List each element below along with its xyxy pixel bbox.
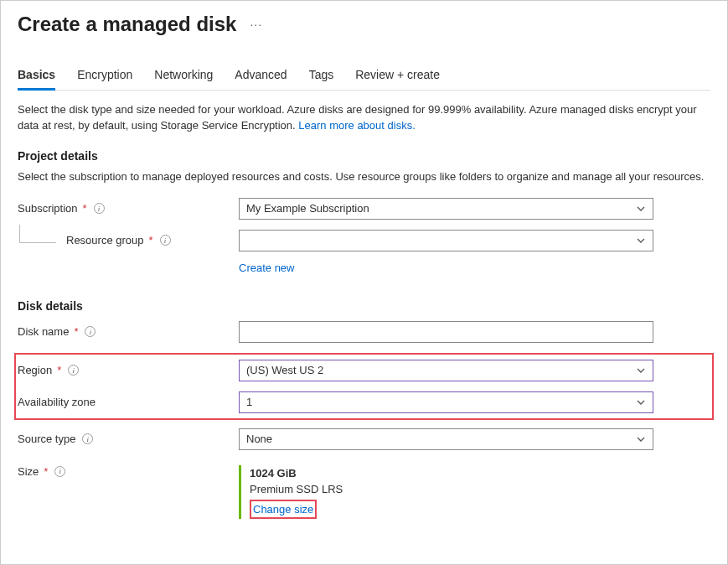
indent-connector xyxy=(19,225,56,243)
resource-group-select[interactable] xyxy=(239,230,653,251)
disk-name-input[interactable] xyxy=(239,321,653,343)
region-value: (US) West US 2 xyxy=(246,364,323,376)
chevron-down-icon xyxy=(636,434,646,444)
subscription-value: My Example Subscription xyxy=(246,202,369,215)
chevron-down-icon xyxy=(636,365,646,376)
source-type-label: Source type xyxy=(18,433,75,445)
availability-zone-value: 1 xyxy=(246,396,252,408)
availability-zone-label: Availability zone xyxy=(18,396,96,408)
required-mark: * xyxy=(57,364,61,376)
chevron-down-icon xyxy=(636,397,646,407)
disk-name-label: Disk name xyxy=(18,325,69,338)
source-type-value: None xyxy=(246,433,272,445)
page-title: Create a managed disk xyxy=(18,13,236,36)
info-icon[interactable]: i xyxy=(160,235,171,246)
disk-sku: Premium SSD LRS xyxy=(250,481,710,498)
subscription-select[interactable]: My Example Subscription xyxy=(239,198,653,220)
create-new-resource-group-link[interactable]: Create new xyxy=(239,262,294,274)
tab-basics[interactable]: Basics xyxy=(18,68,55,91)
disk-details-heading: Disk details xyxy=(18,299,710,313)
source-type-select[interactable]: None xyxy=(239,428,653,450)
info-icon[interactable]: i xyxy=(82,433,93,444)
change-size-link[interactable]: Change size xyxy=(253,503,313,516)
region-az-highlight: Region * i (US) West US 2 Availability z… xyxy=(14,353,714,420)
info-icon[interactable]: i xyxy=(94,203,105,214)
chevron-down-icon xyxy=(636,204,646,214)
intro-text: Select the disk type and size needed for… xyxy=(18,102,710,134)
learn-more-disks-link[interactable]: Learn more about disks. xyxy=(298,119,415,132)
tab-advanced[interactable]: Advanced xyxy=(235,68,287,90)
tab-networking[interactable]: Networking xyxy=(154,68,213,90)
size-label: Size xyxy=(18,465,39,478)
info-icon[interactable]: i xyxy=(85,326,96,337)
resource-group-label: Resource group xyxy=(66,234,144,246)
tab-encryption[interactable]: Encryption xyxy=(77,68,132,90)
tab-tags[interactable]: Tags xyxy=(309,68,334,90)
required-mark: * xyxy=(74,325,78,338)
size-summary: 1024 GiB Premium SSD LRS Change size xyxy=(239,465,710,520)
region-label: Region xyxy=(18,364,52,376)
required-mark: * xyxy=(44,465,48,478)
required-mark: * xyxy=(149,234,153,246)
size-value: 1024 GiB xyxy=(250,465,710,482)
chevron-down-icon xyxy=(636,236,646,246)
region-select[interactable]: (US) West US 2 xyxy=(239,360,653,381)
info-icon[interactable]: i xyxy=(54,466,65,477)
tab-review-create[interactable]: Review + create xyxy=(355,68,440,90)
tab-bar: Basics Encryption Networking Advanced Ta… xyxy=(18,68,710,91)
info-icon[interactable]: i xyxy=(68,365,79,376)
availability-zone-select[interactable]: 1 xyxy=(239,391,653,413)
project-details-desc: Select the subscription to manage deploy… xyxy=(18,169,710,184)
subscription-label: Subscription xyxy=(18,202,78,215)
project-details-heading: Project details xyxy=(18,149,710,163)
required-mark: * xyxy=(83,202,87,215)
more-actions-icon[interactable]: ··· xyxy=(250,18,262,31)
